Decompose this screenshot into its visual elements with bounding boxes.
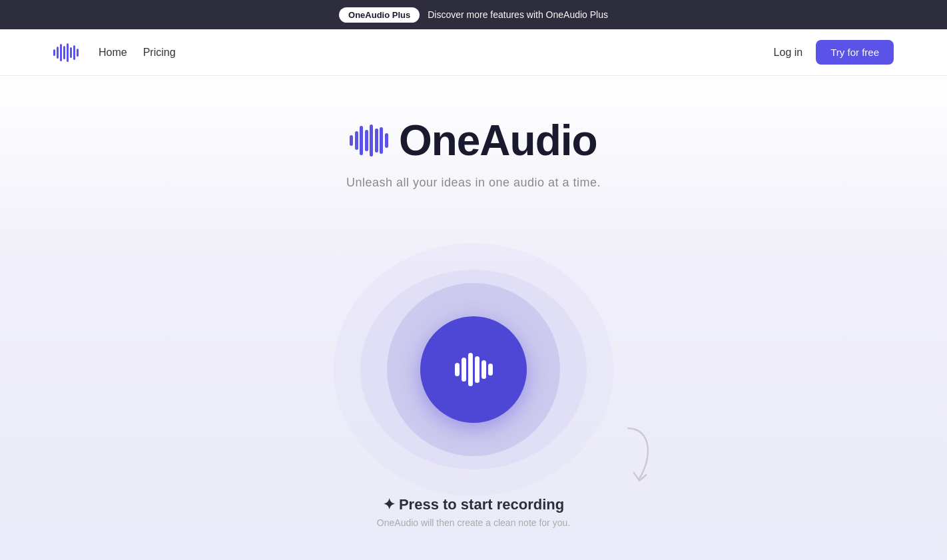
navbar: Home Pricing Log in Try for free (0, 29, 947, 76)
record-sub-text: OneAudio will then create a clean note f… (377, 517, 570, 528)
announcement-pill[interactable]: OneAudio Plus (339, 7, 420, 23)
record-illustration (307, 230, 640, 509)
nav-actions: Log in Try for free (774, 40, 894, 65)
announcement-bar: OneAudio Plus Discover more features wit… (0, 0, 947, 29)
nav-links: Home Pricing (99, 47, 176, 59)
hero-title: OneAudio (399, 116, 597, 165)
curved-arrow-icon (613, 423, 660, 489)
logo-waveform-icon (53, 43, 79, 62)
nav-item-pricing[interactable]: Pricing (143, 47, 176, 59)
record-prompt-text: ✦ Press to start recording (383, 496, 564, 513)
record-prompt-area: ✦ Press to start recording OneAudio will… (377, 496, 570, 528)
nav-item-home[interactable]: Home (99, 47, 127, 59)
record-button[interactable] (420, 316, 527, 423)
announcement-text: Discover more features with OneAudio Plu… (428, 9, 608, 20)
try-for-free-button[interactable]: Try for free (816, 40, 894, 65)
hero-subtitle: Unleash all your ideas in one audio at a… (346, 176, 601, 190)
login-button[interactable]: Log in (774, 47, 803, 59)
record-button-waveform-icon (455, 353, 493, 386)
hero-section: OneAudio Unleash all your ideas in one a… (0, 76, 947, 560)
hero-waveform-icon (350, 125, 388, 156)
hero-brand: OneAudio (350, 116, 597, 165)
nav-logo[interactable] (53, 43, 79, 62)
